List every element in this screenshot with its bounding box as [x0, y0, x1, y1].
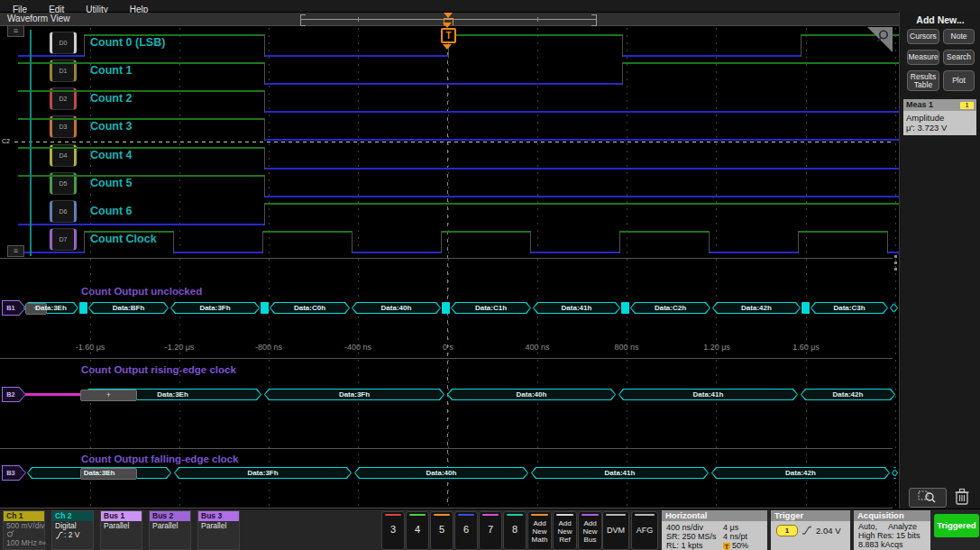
digital-channel-label-d5: Count 5 [90, 177, 133, 189]
digital-waveform-segment [264, 196, 899, 197]
acquisition-panel-title: Acquisition [854, 510, 930, 521]
bus-data-segment: Data:C2h [630, 302, 710, 314]
horizontal-panel[interactable]: Horizontal400 ns/div4 μsSR: 250 MS/s4 ns… [662, 510, 767, 550]
grid-line [269, 28, 270, 506]
bus-data-segment: Data:41h [533, 302, 620, 314]
digital-waveform-edge [264, 118, 265, 141]
bus-segment-label: Data:3Eh [23, 302, 78, 314]
horizontal-panel-body: 400 ns/div4 μsSR: 250 MS/s4 ns/ptRL: 1 k… [662, 521, 767, 550]
bus-segment-label: Data:40h [352, 302, 441, 314]
add-new-button-note[interactable]: Note [943, 29, 975, 44]
channel-button-3[interactable]: 3 [381, 511, 405, 550]
bus-title-b2: Count Output rising-edge clock [81, 364, 236, 375]
add-new-ref-button[interactable]: AddNewRef [553, 511, 577, 550]
edge-threshold-icon [55, 531, 63, 539]
bus-badge-b3[interactable]: B3 [2, 465, 26, 481]
channel-button-8[interactable]: 8 [503, 511, 527, 550]
bus-segment-label: Data:41h [618, 389, 798, 400]
bandwidth-limit-icon: Bw [39, 538, 46, 547]
digital-waveform-edge [530, 231, 531, 253]
add-new-bus-button[interactable]: AddNewBus [578, 511, 602, 550]
utility-button-afg[interactable]: AFG [631, 511, 658, 550]
bus-data-segment: Data:3Eh [27, 467, 171, 479]
add-new-button-plot[interactable]: Plot [943, 70, 975, 91]
bus-badge-b1[interactable]: B1 [2, 300, 26, 316]
digital-channel-badge-d7[interactable]: D7 [50, 228, 77, 251]
digital-waveform-edge [84, 231, 85, 253]
utility-button-dvm[interactable]: DVM [602, 511, 629, 550]
bus-data-segment [890, 302, 898, 314]
measurement-value: μ': 3.723 V [906, 123, 974, 133]
add-new-button-search[interactable]: Search [943, 50, 975, 65]
waveform-area[interactable]: D0Count 0 (LSB)D1Count 1D2Count 2D3Count… [0, 26, 893, 509]
digital-channel-badge-d0[interactable]: D0 [50, 32, 77, 54]
time-axis-label: 800 ns [595, 343, 658, 352]
zoom-tool-button[interactable] [909, 488, 947, 508]
trigger-panel-body: 12.04 V [771, 521, 850, 550]
channel-badge-ch-1[interactable]: Ch 1500 mV/div100 MHzBw [3, 510, 45, 550]
digital-channel-badge-d6[interactable]: D6 [50, 200, 77, 223]
trigger-panel[interactable]: Trigger12.04 V [771, 510, 850, 550]
digital-channel-label-d6: Count 6 [90, 205, 133, 217]
bus-segment-label: Data:41h [533, 302, 620, 314]
channel-button-5[interactable]: 5 [430, 511, 453, 550]
trigger-position-arrow-icon[interactable] [444, 13, 453, 18]
digital-waveform-segment [264, 55, 448, 57]
delete-button[interactable] [952, 487, 972, 507]
channel-button-6[interactable]: 6 [454, 511, 478, 550]
digital-waveform-segment [709, 252, 798, 253]
channel-button-label: 4 [407, 524, 428, 535]
channel-badge-text: : 2 V [64, 530, 79, 539]
grid-line [806, 28, 807, 506]
digital-channel-label-d3: Count 3 [90, 120, 133, 133]
zoom-corner-handle[interactable] [866, 27, 893, 54]
channel-badge-bus-3[interactable]: Bus 3Parallel [197, 510, 240, 550]
measurement-badge[interactable]: Meas 1 1 Amplitude μ': 3.723 V [903, 99, 976, 135]
channel-badge-line: : 2 V [52, 530, 93, 539]
horizontal-value: RL: 1 kpts [666, 541, 703, 550]
bus-data-segment: Data:3Fh [170, 302, 260, 314]
bus-data-segment: Data:C1h [451, 302, 531, 314]
bus-segment-label: Data:3Fh [170, 302, 260, 314]
digital-waveform-edge [173, 231, 174, 253]
add-new-math-button[interactable]: AddNewMath [527, 511, 552, 550]
bus-data-segment: Data:41h [618, 389, 798, 400]
time-axis-label: -400 ns [326, 343, 389, 352]
channel-badge-header: Ch 1 [4, 511, 44, 521]
add-new-button-cursors[interactable]: Cursors [907, 29, 939, 44]
channel-badge-ch-2[interactable]: Ch 2Digital: 2 V [51, 510, 94, 550]
channel-badge-bus-2[interactable]: Bus 2Parallel [149, 510, 191, 550]
digital-group-grip-bottom[interactable]: ≡ [7, 245, 24, 257]
panel-splitter-handle[interactable] [894, 255, 897, 270]
channel-badge-line: Parallel [198, 521, 239, 530]
digital-waveform-segment [264, 83, 622, 85]
tab-waveform-view[interactable]: Waveform View [7, 14, 69, 23]
digital-waveform-segment [18, 118, 264, 120]
digital-waveform-segment [262, 231, 352, 233]
digital-waveform-segment [173, 252, 262, 253]
acquisition-analyze: Analyze [888, 522, 917, 531]
trigger-marker[interactable]: T [441, 28, 456, 43]
time-axis-label: 1.60 μs [774, 343, 838, 352]
digital-channel-label-d4: Count 4 [90, 149, 133, 161]
digital-waveform-edge [84, 34, 85, 57]
measurement-badge-header[interactable]: Meas 1 1 [903, 99, 976, 111]
trigger-status-button[interactable]: Triggered [934, 514, 979, 537]
channel-badge-text: 100 MHz [6, 538, 37, 547]
digital-waveform-segment [264, 139, 899, 141]
digital-group-grip-top[interactable]: ≡ [7, 25, 24, 37]
bus-data-segment: Data:3Eh [23, 302, 78, 314]
bus-segment-label: Data:BFh [88, 302, 169, 314]
minimap-right-bracket[interactable] [591, 14, 597, 26]
channel-button-4[interactable]: 4 [406, 511, 429, 550]
add-new-button-measure[interactable]: Measure [907, 50, 939, 65]
channel-button-7[interactable]: 7 [479, 511, 502, 550]
minimap-left-bracket[interactable] [300, 14, 306, 26]
bus-badge-b2[interactable]: B2 [2, 387, 26, 402]
bus-badge-label: B3 [2, 465, 20, 481]
digital-waveform-edge [262, 231, 263, 253]
trigger-panel-title: Trigger [771, 510, 850, 521]
acquisition-panel[interactable]: AcquisitionAuto,AnalyzeHigh Res: 15 bits… [854, 510, 930, 550]
add-new-button-results-table[interactable]: Results Table [907, 70, 939, 91]
channel-badge-bus-1[interactable]: Bus 1Parallel [100, 510, 142, 550]
